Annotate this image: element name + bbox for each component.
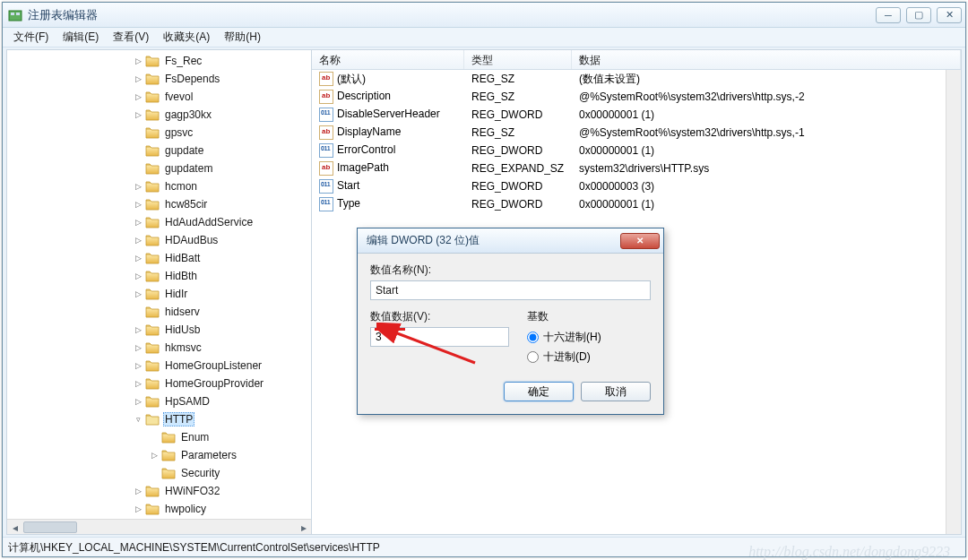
cell-name: Type [312,197,464,211]
tree-item-label: HTTP [163,412,194,426]
tree-item[interactable]: ▷HomeGroupProvider [9,375,311,392]
tree-item-label: hwpolicy [163,502,208,516]
expand-icon[interactable]: ▷ [134,289,143,299]
tree-item[interactable]: ▷FsDepends [9,70,311,88]
tree-item[interactable]: ▷HpSAMD [9,392,311,410]
list-row[interactable]: (默认)REG_SZ(数值未设置) [312,70,961,88]
col-header-name[interactable]: 名称 [312,50,464,69]
expand-icon[interactable]: ▷ [134,236,143,246]
tree-item[interactable]: ▿HTTP [9,410,311,428]
tree-item[interactable]: gpsvc [9,124,311,142]
radio-hex[interactable]: 十六进制(H) [527,330,651,345]
tree[interactable]: ▷Fs_Rec▷FsDepends▷fvevol▷gagp30kxgpsvcgu… [7,50,311,518]
expand-icon[interactable]: ▷ [134,182,143,192]
tree-hscrollbar[interactable]: ◂ ▸ [7,519,311,534]
col-header-data[interactable]: 数据 [572,50,961,69]
cell-data: 0x00000001 (1) [572,108,961,121]
radio-dec-input[interactable] [527,351,539,363]
expand-icon[interactable]: ▷ [134,254,143,263]
expand-icon[interactable]: ▷ [134,110,143,120]
scroll-right-icon[interactable]: ▸ [296,520,311,534]
dialog-body: 数值名称(N): 数值数据(V): 基数 十六进制(H) 十进制(D) 确定 [358,254,663,414]
expand-icon[interactable]: ▷ [134,56,143,66]
tree-item[interactable]: ▷Fs_Rec [9,52,311,70]
expand-icon[interactable]: ▷ [134,379,143,389]
menu-edit[interactable]: 编辑(E) [56,28,106,47]
cell-type: REG_DWORD [464,108,572,121]
tree-item[interactable]: ▷HidUsb [9,321,311,339]
close-button[interactable]: ✕ [937,7,962,23]
list-row[interactable]: ImagePathREG_EXPAND_SZsystem32\drivers\H… [312,159,961,177]
tree-item[interactable]: Enum [9,428,311,446]
value-data-label: 数值数据(V): [370,309,509,324]
list-row[interactable]: ErrorControlREG_DWORD0x00000001 (1) [312,142,961,159]
tree-item[interactable]: ▷HDAudBus [9,231,311,249]
radio-dec[interactable]: 十进制(D) [527,349,651,365]
expand-icon[interactable]: ▷ [150,451,160,461]
tree-item[interactable]: ▷Parameters [9,446,311,464]
minimize-button[interactable]: ─ [876,7,901,23]
expand-icon[interactable]: ▷ [134,361,143,371]
cell-type: REG_DWORD [464,144,572,157]
expand-icon[interactable]: ▷ [134,397,143,407]
list-row[interactable]: TypeREG_DWORD0x00000001 (1) [312,195,961,213]
tree-item[interactable]: ▷gagp30kx [9,106,311,124]
tree-item[interactable]: ▷HdAudAddService [9,213,311,231]
scroll-left-icon[interactable]: ◂ [7,520,22,534]
dword-value-icon [319,179,333,194]
window-title: 注册表编辑器 [28,7,876,23]
tree-item[interactable]: ▷hwpolicy [9,500,311,518]
edit-dword-dialog: 编辑 DWORD (32 位)值 ✕ 数值名称(N): 数值数据(V): 基数 … [357,228,664,415]
tree-item[interactable]: ▷fvevol [9,88,311,106]
folder-icon [145,126,160,139]
expand-icon[interactable]: ▷ [134,343,143,353]
col-header-type[interactable]: 类型 [464,50,572,69]
tree-item[interactable]: ▷HidBth [9,267,311,285]
menu-file[interactable]: 文件(F) [6,28,56,47]
radio-hex-input[interactable] [527,332,539,343]
tree-item[interactable]: ▷hcw85cir [9,195,311,213]
collapse-icon[interactable]: ▿ [134,415,143,425]
expand-icon[interactable]: ▷ [134,504,143,514]
tree-item[interactable]: Security [9,464,311,482]
menu-view[interactable]: 查看(V) [106,28,156,47]
list-row[interactable]: DisableServerHeaderREG_DWORD0x00000001 (… [312,106,961,124]
expand-icon[interactable]: ▷ [134,92,143,102]
dialog-close-button[interactable]: ✕ [620,233,660,249]
list-row[interactable]: StartREG_DWORD0x00000003 (3) [312,177,961,195]
scroll-thumb[interactable] [23,521,77,533]
tree-item[interactable]: ▷HidBatt [9,249,311,267]
string-value-icon [319,161,333,176]
tree-item-label: Security [179,466,221,480]
maximize-button[interactable]: ▢ [906,7,931,23]
tree-item[interactable]: gupdatem [9,159,311,177]
tree-item[interactable]: ▷HidIr [9,285,311,303]
list-row[interactable]: DescriptionREG_SZ@%SystemRoot%\system32\… [312,88,961,106]
expand-icon[interactable]: ▷ [134,271,143,281]
expand-icon[interactable]: ▷ [134,487,143,496]
dialog-titlebar[interactable]: 编辑 DWORD (32 位)值 ✕ [358,228,663,254]
tree-item[interactable]: ▷hkmsvc [9,339,311,357]
tree-item[interactable]: ▷HWiNFO32 [9,482,311,500]
titlebar[interactable]: 注册表编辑器 ─ ▢ ✕ [3,3,965,28]
menu-favorites[interactable]: 收藏夹(A) [156,28,217,47]
list-vscrollbar[interactable] [946,70,961,534]
list-header[interactable]: 名称 类型 数据 [312,50,961,70]
ok-button[interactable]: 确定 [504,382,574,401]
expand-icon[interactable]: ▷ [134,200,143,210]
expand-icon[interactable]: ▷ [134,325,143,335]
cancel-button[interactable]: 取消 [581,382,651,401]
tree-item[interactable]: hidserv [9,303,311,321]
tree-item-label: HomeGroupProvider [163,376,265,391]
cell-name: ErrorControl [312,143,464,158]
menu-help[interactable]: 帮助(H) [217,28,268,47]
folder-icon [145,216,160,228]
tree-item[interactable]: ▷hcmon [9,177,311,195]
expand-icon[interactable]: ▷ [134,218,143,228]
list-row[interactable]: DisplayNameREG_SZ@%SystemRoot%\system32\… [312,124,961,142]
tree-item[interactable]: gupdate [9,142,311,159]
folder-icon [145,234,160,246]
cell-name: DisplayName [312,125,464,140]
expand-icon[interactable]: ▷ [134,74,143,84]
tree-item[interactable]: ▷HomeGroupListener [9,357,311,375]
